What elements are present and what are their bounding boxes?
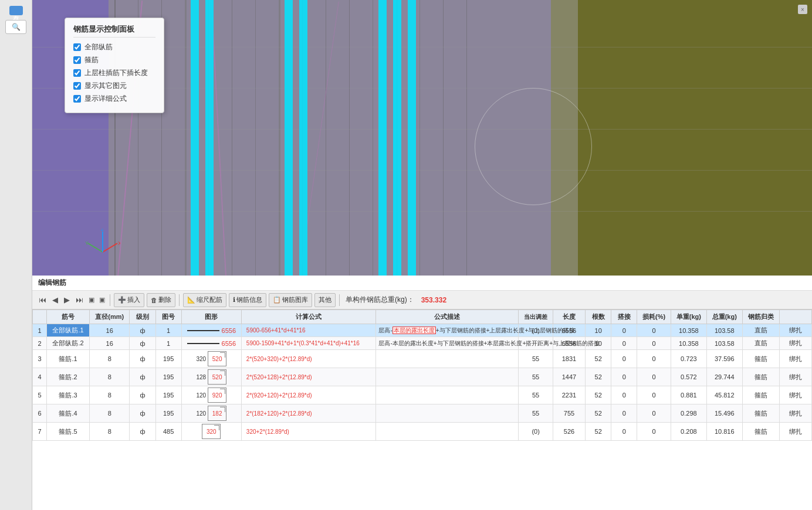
cell-desc xyxy=(376,368,519,386)
cell-shape: 120 920 xyxy=(181,386,241,404)
cell-shape: 6556 xyxy=(181,324,241,337)
cell-bar-type: 直筋 xyxy=(742,324,779,337)
cell-roots: 52 xyxy=(586,368,611,386)
cell-loss: 0 xyxy=(637,337,671,350)
cell-bar-name: 箍筋.4 xyxy=(47,404,90,423)
panel-titlebar: 编辑钢筋 xyxy=(32,276,812,291)
cell-bar-type: 箍筋 xyxy=(742,404,779,423)
checkbox-show-other[interactable] xyxy=(73,82,81,90)
th-unit: 单重(kg) xyxy=(671,310,706,324)
cell-length: 1447 xyxy=(553,368,585,386)
table-row[interactable]: 4箍筋.28ф195128 520 2*(520+128)+2*(12.89*d… xyxy=(33,368,812,386)
cell-length: 755 xyxy=(553,404,585,423)
cell-shape-num: 195 xyxy=(155,350,181,368)
delete-button[interactable]: 🗑 删除 xyxy=(147,293,175,307)
save-button[interactable]: 存盘 xyxy=(9,6,23,15)
th-shape: 图形 xyxy=(181,310,241,324)
cell-bar-type: 直筋 xyxy=(742,337,779,350)
control-panel: 钢筋显示控制面板 全部纵筋 箍筋 上层柱插筋下插长度 显示其它图元 显示详细公式 xyxy=(65,18,164,113)
cell-overlap: 0 xyxy=(611,423,637,441)
cell-formula: 5900-1509+41*d+1*(0.3*41*d+41*d)+41*16 xyxy=(241,337,376,350)
other-button[interactable]: 其他 xyxy=(314,293,336,307)
table-row[interactable]: 6箍筋.48ф195120 182 2*(182+120)+2*(12.89*d… xyxy=(33,404,812,423)
nav-last-button[interactable]: ⏭ xyxy=(74,294,85,305)
th-bar: 筋号 xyxy=(47,310,90,324)
close-button[interactable]: × xyxy=(798,5,807,14)
insert-button[interactable]: ➕ 插入 xyxy=(114,293,144,307)
scale-rebar-button[interactable]: 📐 缩尺配筋 xyxy=(183,293,226,307)
th-loss: 损耗(%) xyxy=(637,310,671,324)
cell-loss: 0 xyxy=(637,368,671,386)
3d-viewport[interactable]: 钢筋显示控制面板 全部纵筋 箍筋 上层柱插筋下插长度 显示其它图元 显示详细公式 xyxy=(32,0,812,276)
th-len: 长度 xyxy=(553,310,585,324)
th-roots: 根数 xyxy=(586,310,611,324)
table-row[interactable]: 5箍筋.38ф195120 920 2*(920+120)+2*(12.89*d… xyxy=(33,386,812,404)
cell-row-num: 7 xyxy=(33,423,47,441)
cell-grade: ф xyxy=(130,368,155,386)
table-row[interactable]: 2全部纵筋.216ф1 6556 5900-1509+41*d+1*(0.3*4… xyxy=(33,337,812,350)
cell-method: 绑扎 xyxy=(779,337,811,350)
rebar-info-button[interactable]: ℹ 钢筋信息 xyxy=(229,293,266,307)
th-desc: 公式描述 xyxy=(376,310,519,324)
cell-bar-name: 箍筋.2 xyxy=(47,368,90,386)
cell-bar-name: 箍筋.5 xyxy=(47,423,90,441)
cell-shape: 320 520 xyxy=(181,350,241,368)
cell-bar-name: 全部纵筋.1 xyxy=(47,324,90,337)
cell-loss: 0 xyxy=(637,324,671,337)
panel-title: 编辑钢筋 xyxy=(38,278,66,288)
nav-prev-button[interactable]: ◀ xyxy=(50,294,60,305)
cell-total-weight: 10.816 xyxy=(706,423,742,441)
cell-overlap: 0 xyxy=(611,368,637,386)
cell-unit-weight: 0.723 xyxy=(671,350,706,368)
th-shape-num: 图号 xyxy=(155,310,181,324)
cyan-bar-6 xyxy=(393,0,401,276)
cell-grade: ф xyxy=(130,337,155,350)
checkbox-stirrup[interactable] xyxy=(73,56,81,64)
cell-formula: 320+2*(12.89*d) xyxy=(241,423,376,441)
cell-unit-weight: 0.298 xyxy=(671,404,706,423)
cell-diameter: 8 xyxy=(90,423,130,441)
th-cal: 当出调差 xyxy=(519,310,553,324)
separator-3 xyxy=(339,294,340,306)
svg-line-0 xyxy=(103,243,117,252)
cell-overlap: 0 xyxy=(611,386,637,404)
scale-icon: 📐 xyxy=(187,296,195,304)
search-button[interactable]: 🔍 xyxy=(5,20,26,34)
cell-method: 绑扎 xyxy=(779,324,811,337)
rebar-table-container[interactable]: 筋号 直径(mm) 级别 图号 图形 计算公式 公式描述 当出调差 长度 根数 … xyxy=(32,310,812,510)
cell-shape-num: 195 xyxy=(155,368,181,386)
cell-method: 绑扎 xyxy=(779,368,811,386)
checkbox-upper-insert[interactable] xyxy=(73,69,81,77)
cell-desc xyxy=(376,423,519,441)
bottom-panel: 编辑钢筋 ⏮ ◀ ▶ ⏭ ▣ ▣ ➕ 插入 🗑 删除 📐 缩尺配筋 xyxy=(32,276,812,510)
table-row[interactable]: 7箍筋.58ф485 320 320+2*(12.89*d)(0)5265200… xyxy=(33,423,812,441)
cell-roots: 10 xyxy=(586,324,611,337)
checkbox-all-longitudinal[interactable] xyxy=(73,43,81,51)
cell-diameter: 8 xyxy=(90,350,130,368)
cyan-bar-5 xyxy=(378,0,387,276)
rebar-lib-button[interactable]: 📋 钢筋图库 xyxy=(269,293,312,307)
checkbox-show-detail[interactable] xyxy=(73,95,81,103)
nav-next-button[interactable]: ▶ xyxy=(62,294,72,305)
rebar-table: 筋号 直径(mm) 级别 图号 图形 计算公式 公式描述 当出调差 长度 根数 … xyxy=(32,310,812,441)
cell-cal: 55 xyxy=(519,386,553,404)
table-row[interactable]: 1全部纵筋.116ф1 6556 5900-656+41*d+41*16层高-本… xyxy=(33,324,812,337)
cell-shape-num: 485 xyxy=(155,423,181,441)
cell-loss: 0 xyxy=(637,404,671,423)
table-row[interactable]: 3箍筋.18ф195320 520 2*(520+320)+2*(12.89*d… xyxy=(33,350,812,368)
nav-first-button[interactable]: ⏮ xyxy=(37,294,48,305)
cell-roots: 52 xyxy=(586,350,611,368)
cell-grade: ф xyxy=(130,404,155,423)
svg-line-1 xyxy=(88,243,103,252)
cell-row-num: 2 xyxy=(33,337,47,350)
cell-unit-weight: 0.881 xyxy=(671,386,706,404)
page-indicator-1: ▣ xyxy=(87,296,96,304)
total-weight-value: 353.332 xyxy=(419,296,449,304)
cell-row-num: 6 xyxy=(33,404,47,423)
cell-total-weight: 29.744 xyxy=(706,368,742,386)
control-item-3: 上层柱插筋下插长度 xyxy=(73,68,155,78)
cell-diameter: 8 xyxy=(90,404,130,423)
cell-bar-type: 箍筋 xyxy=(742,386,779,404)
cell-bar-name: 全部纵筋.2 xyxy=(47,337,90,350)
control-item-2: 箍筋 xyxy=(73,55,155,65)
